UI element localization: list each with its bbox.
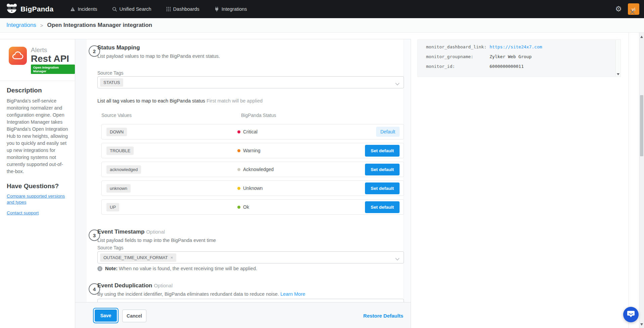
contact-support-link[interactable]: Contact support [7,210,68,216]
scroll-down-icon[interactable] [640,323,643,326]
set-default-button[interactable]: Set default [365,145,400,157]
timestamp-tag-chip[interactable]: OUTAGE_TIME_UNIX_FORMAT × [100,253,176,262]
nav-items: Incidents Unified Search Dashboards Inte… [70,6,247,12]
payload-key: monitor_groupname: [426,54,490,59]
status-dot [237,206,240,209]
bigpanda-status-cell: Unknown [237,186,263,191]
default-badge[interactable]: Default [376,127,400,137]
source-tags-label: Source Tags [97,70,124,76]
payload-key: monitor_dashboard_link: [426,44,490,49]
cloud-icon [9,47,27,65]
mapping-column-headers: Source Values BigPanda Status [97,113,404,118]
payload-key: monitor_id: [426,64,490,69]
cancel-button[interactable]: Cancel [122,310,146,322]
status-mapping-row: DOWNCriticalDefault [101,124,404,139]
form-footer: Save Cancel Restore Defaults [75,302,411,328]
status-dot [237,130,240,133]
nav-item-dashboards[interactable]: Dashboards [166,6,199,12]
questions-heading: Have Questions? [7,182,68,190]
set-default-button[interactable]: Set default [365,201,400,213]
breadcrumb-link-integrations[interactable]: Integrations [6,22,36,29]
col-bigpanda-status: BigPanda Status [241,113,276,118]
status-dot [237,187,240,190]
warning-icon [70,7,75,11]
nav-item-label: Dashboards [173,6,199,12]
logo-badge: Open Integration Manager [31,65,75,74]
breadcrumb-separator: > [40,23,43,28]
source-value-chip[interactable]: DOWN [106,128,127,136]
save-button[interactable]: Save [95,310,117,322]
integration-config-panel: 2 Status Mapping List payload values to … [75,39,411,328]
status-label: Acknowledged [243,167,274,172]
learn-more-link[interactable]: Learn More [280,291,305,297]
sidebar: Alerts Rest API Open Integration Manager… [0,39,75,328]
event-dedup-subtitle: By using the incident identifier, BigPan… [97,291,305,297]
set-default-button[interactable]: Set default [365,182,400,194]
panda-icon [6,3,17,15]
timestamp-source-tags-label: Source Tags [97,245,124,250]
nav-item-label: Unified Search [120,6,151,12]
compare-versions-link[interactable]: Compare supported versions and types [7,193,68,205]
payload-value-link[interactable]: https://site24x7.com [490,44,542,49]
status-label: Warning [243,148,261,153]
source-value-chip[interactable]: acknowledged [106,165,141,174]
nav-right: ⚙ vi [615,3,639,15]
scrollbar-thumb[interactable] [640,95,643,156]
description-text: BigPanda's self-service monitoring norma… [7,97,68,175]
status-mapping-title: Status Mapping [97,44,140,51]
optional-label: Optional [154,283,173,288]
search-icon [112,7,117,12]
info-icon: i [97,266,102,271]
close-icon[interactable] [630,9,635,16]
event-timestamp-subtitle: List payload fields to map into the BigP… [97,238,216,243]
status-mapping-row: acknowledgedAcknowledgedSet default [101,162,404,177]
col-source-values: Source Values [101,113,132,118]
bigpanda-status-cell: Ok [237,204,249,210]
remove-tag-icon[interactable]: × [171,255,173,260]
source-value-chip[interactable]: unknown [106,184,131,193]
payload-rows: monitor_dashboard_link:https://site24x7.… [418,40,620,69]
chat-widget-button[interactable] [623,307,639,322]
plug-icon [214,6,219,12]
gear-icon[interactable]: ⚙ [615,5,622,13]
source-value-chip[interactable]: TROUBLE [106,147,134,155]
bigpanda-logo[interactable]: BigPanda [6,3,53,15]
status-mapping-row: TROUBLEWarningSet default [101,143,404,158]
timestamp-source-tags-dropdown[interactable]: OUTAGE_TIME_UNIX_FORMAT × [97,251,404,263]
payload-value: 6000000000011 [490,64,524,69]
event-dedup-title: Event Deduplication Optional [97,282,173,289]
top-nav: BigPanda Incidents Unified Search Dashbo [0,0,644,18]
page-title: Open Integrations Manager integration [47,22,152,29]
status-tag-chip[interactable]: STATUS [100,78,123,87]
source-value-chip[interactable]: UP [106,203,119,211]
payload-row: monitor_dashboard_link:https://site24x7.… [426,44,620,49]
integration-logo: Alerts Rest API Open Integration Manager [0,39,75,81]
payload-preview-panel: monitor_dashboard_link:https://site24x7.… [417,39,621,77]
scroll-down-icon[interactable] [617,73,619,75]
bigpanda-status-cell: Warning [237,148,261,153]
payload-row: monitor_groupname:Zylker Web Group [426,54,620,59]
scroll-up-icon[interactable] [640,36,643,38]
logo-kicker: Alerts [31,47,75,54]
page-scrollbar[interactable] [639,33,644,328]
nav-item-unified-search[interactable]: Unified Search [112,6,151,12]
restore-defaults-link[interactable]: Restore Defaults [363,313,403,319]
status-mapping-row: unknownUnknownSet default [101,180,404,196]
event-timestamp-title: Event Timestamp Optional [97,229,165,235]
nav-item-label: Integrations [222,6,247,12]
nav-item-integrations[interactable]: Integrations [214,6,247,12]
set-default-button[interactable]: Set default [365,164,400,175]
nav-item-label: Incidents [78,6,97,12]
status-mapping-subtitle: List payload values to map to the BigPan… [97,53,220,59]
status-source-tags-dropdown[interactable]: STATUS [97,76,404,88]
content-divider [629,33,629,328]
mapping-hint: List all tag values to map to each BigPa… [97,98,263,104]
logo-title: Rest API [31,54,75,64]
payload-scrollbar[interactable] [615,40,620,76]
chevron-down-icon [395,256,400,262]
nav-item-incidents[interactable]: Incidents [70,6,97,12]
description-section: Description BigPanda's self-service moni… [0,81,75,181]
chat-icon [627,310,635,319]
panel-scroll-track[interactable] [404,39,410,328]
left-gutter [75,39,87,328]
